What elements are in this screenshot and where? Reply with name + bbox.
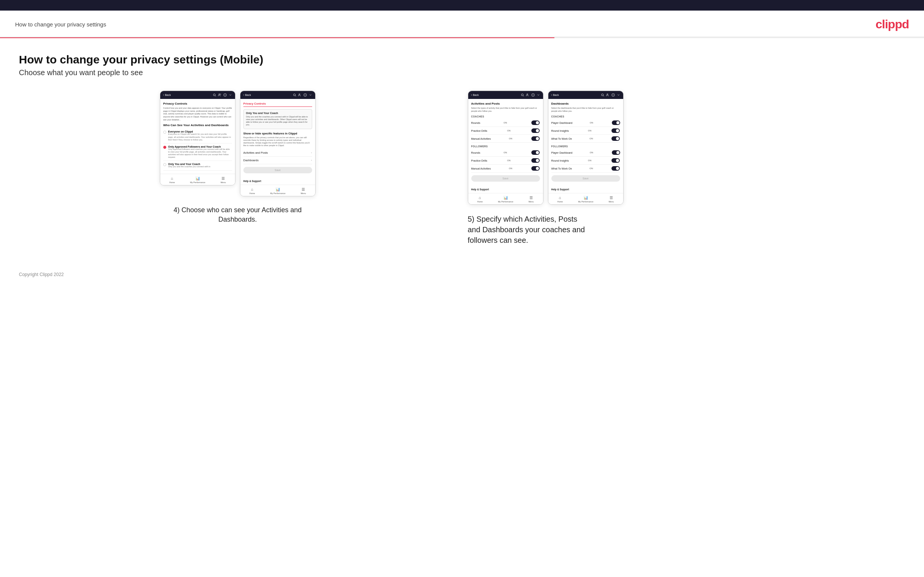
- back-button-3[interactable]: ‹ Back: [471, 93, 479, 97]
- radio-everyone[interactable]: Everyone on Clippd Everyone on Clippd ca…: [163, 128, 232, 143]
- people-icon-2[interactable]: [298, 93, 302, 97]
- coaches-player-label: Player Dashboard: [551, 122, 573, 124]
- coaches-workon-row: What To Work On ON: [551, 135, 620, 143]
- menu-icon-1[interactable]: [223, 93, 227, 97]
- group-right: ‹ Back Activities and Posts: [468, 90, 906, 245]
- followers-player-on: ON: [590, 152, 593, 154]
- activities-posts-row[interactable]: Activities and Posts ›: [243, 149, 312, 157]
- footer-menu-label-4: Menu: [609, 200, 614, 203]
- footer-performance-1[interactable]: 📊 My Performance: [190, 176, 205, 184]
- followers-player-toggle[interactable]: [612, 150, 620, 155]
- followers-workon-toggle[interactable]: [611, 166, 620, 171]
- footer-home-1[interactable]: ⌂ Home: [169, 176, 175, 184]
- phone-1-footer: ⌂ Home 📊 My Performance ☰ Menu: [160, 174, 235, 185]
- footer-performance-4[interactable]: 📊 My Performance: [578, 196, 593, 203]
- footer-home-3[interactable]: ⌂ Home: [477, 196, 483, 203]
- footer-menu-1[interactable]: ☰ Menu: [221, 176, 226, 184]
- search-icon-4[interactable]: [601, 93, 604, 97]
- top-bar: [0, 0, 924, 11]
- footer-home-label-1: Home: [169, 181, 175, 184]
- save-button-2[interactable]: Save: [243, 167, 312, 173]
- coaches-workon-on: ON: [590, 137, 593, 140]
- footer-home-4[interactable]: ⌂ Home: [557, 196, 563, 203]
- group-left: ‹ Back Privacy Controls Control how you …: [19, 90, 457, 225]
- page-subheading: Choose what you want people to see: [19, 68, 905, 77]
- footer-home-2[interactable]: ⌂ Home: [249, 187, 255, 195]
- radio-coach-only[interactable]: Only You and Your Coach Only you and the…: [163, 161, 232, 170]
- dashboards-row[interactable]: Dashboards ›: [243, 157, 312, 164]
- phone-1: ‹ Back Privacy Controls Control how you …: [160, 90, 236, 185]
- chevron-icon-2[interactable]: [309, 93, 312, 97]
- phone-3-header: ‹ Back: [468, 91, 543, 99]
- save-button-4[interactable]: Save: [551, 175, 620, 182]
- coaches-drills-toggle[interactable]: [531, 128, 540, 133]
- coaches-insights-toggle[interactable]: [611, 128, 620, 133]
- coaches-player-on: ON: [590, 122, 593, 124]
- back-label-1: Back: [165, 93, 171, 96]
- chevron-down-icon-1[interactable]: [229, 93, 232, 97]
- privacy-controls-title-1: Privacy Controls: [163, 102, 232, 105]
- chevron-dashboards: ›: [311, 159, 312, 162]
- coaches-insights-row: Round Insights ON: [551, 127, 620, 135]
- back-button-1[interactable]: ‹ Back: [163, 93, 171, 97]
- phone-3: ‹ Back Activities and Posts: [468, 90, 543, 205]
- footer-home-label-2: Home: [249, 192, 255, 195]
- performance-icon-4: 📊: [583, 196, 588, 200]
- radio-circle-approved: [163, 146, 166, 149]
- footer-performance-2[interactable]: 📊 My Performance: [270, 187, 285, 195]
- people-icon-1[interactable]: [218, 93, 221, 97]
- followers-workon-on: ON: [590, 167, 593, 169]
- followers-manual-toggle[interactable]: [531, 166, 540, 171]
- footer-menu-4[interactable]: ☰ Menu: [609, 196, 614, 203]
- settings-icon-3[interactable]: [531, 93, 535, 97]
- caption-right-line1: 5) Specify which Activities, Posts: [468, 215, 577, 223]
- radio-title-coach: Only You and Your Coach: [168, 163, 232, 165]
- followers-rounds-toggle[interactable]: [531, 150, 540, 155]
- copyright: Copyright Clippd 2022: [0, 261, 924, 288]
- footer-perf-label-1: My Performance: [190, 181, 205, 184]
- people-icon-3[interactable]: [526, 93, 530, 97]
- footer-menu-3[interactable]: ☰ Menu: [529, 196, 534, 203]
- search-icon-1[interactable]: [213, 93, 216, 97]
- footer-performance-3[interactable]: 📊 My Performance: [498, 196, 513, 203]
- chevron-icon-3[interactable]: [536, 93, 540, 97]
- coaches-player-toggle[interactable]: [612, 121, 620, 125]
- people-icon-4[interactable]: [606, 93, 610, 97]
- radio-desc-everyone: Everyone on Clippd can search for you an…: [168, 133, 232, 141]
- search-icon-2[interactable]: [293, 93, 296, 97]
- who-heading-1: Who Can See Your Activities and Dashboar…: [163, 124, 232, 127]
- radio-title-approved: Only Approved Followers and Your Coach: [168, 145, 232, 148]
- phone-2-header: ‹ Back: [240, 91, 315, 99]
- coaches-manual-toggle[interactable]: [531, 136, 540, 141]
- help-support-label-2: Help & Support: [243, 178, 312, 184]
- followers-drills-toggle[interactable]: [531, 158, 540, 163]
- followers-insights-toggle[interactable]: [611, 158, 620, 163]
- back-button-2[interactable]: ‹ Back: [243, 93, 251, 97]
- footer-menu-label-3: Menu: [529, 200, 534, 203]
- search-icon-3[interactable]: [521, 93, 524, 97]
- phone-1-header: ‹ Back: [160, 91, 235, 99]
- logo: clippd: [876, 18, 909, 31]
- coaches-label-3: COACHES: [471, 115, 540, 118]
- phone-4-header: ‹ Back: [548, 91, 623, 99]
- followers-rounds-row: Rounds ON: [471, 149, 540, 157]
- footer-home-label-3: Home: [477, 200, 483, 203]
- followers-rounds-on: ON: [504, 152, 507, 154]
- save-button-3[interactable]: Save: [471, 175, 540, 182]
- phones-1-2: ‹ Back Privacy Controls Control how you …: [160, 90, 315, 197]
- followers-label-3: FOLLOWERS: [471, 145, 540, 148]
- footer-menu-2[interactable]: ☰ Menu: [301, 187, 306, 195]
- footer-perf-label-3: My Performance: [498, 200, 513, 203]
- followers-manual-on: ON: [509, 167, 512, 169]
- page-heading: How to change your privacy settings (Mob…: [19, 53, 905, 66]
- chevron-icon-4[interactable]: [617, 93, 620, 97]
- coaches-workon-toggle[interactable]: [611, 136, 620, 141]
- coaches-rounds-toggle[interactable]: [531, 121, 540, 125]
- svg-point-4: [225, 95, 226, 95]
- back-button-4[interactable]: ‹ Back: [551, 93, 559, 97]
- settings-icon-2[interactable]: [304, 93, 307, 97]
- radio-approved[interactable]: Only Approved Followers and Your Coach O…: [163, 143, 232, 161]
- followers-insights-row: Round Insights ON: [551, 157, 620, 164]
- svg-line-1: [215, 95, 216, 96]
- settings-icon-4[interactable]: [611, 93, 615, 97]
